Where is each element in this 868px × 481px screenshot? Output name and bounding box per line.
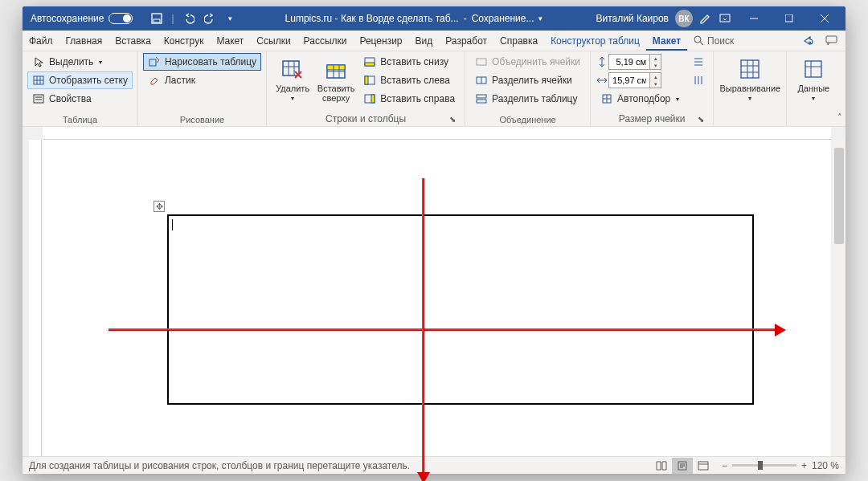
properties-icon (32, 92, 45, 105)
group-label: Таблица (27, 113, 133, 126)
svg-rect-24 (805, 61, 821, 77)
tab-file[interactable]: Файл (23, 31, 59, 51)
share-icon[interactable] (802, 35, 814, 47)
tab-references[interactable]: Ссылки (250, 31, 297, 51)
delete-table-icon (280, 56, 305, 82)
dialog-launcher-icon[interactable]: ⬊ (695, 113, 706, 124)
tab-table-layout[interactable]: Макет (646, 31, 687, 51)
comments-icon[interactable] (825, 35, 837, 47)
qat-dropdown-icon[interactable]: ▾ (224, 12, 237, 25)
tab-review[interactable]: Рецензир (353, 31, 408, 51)
web-layout-icon[interactable] (693, 458, 714, 474)
insert-above-button[interactable]: Вставить сверху (315, 53, 357, 108)
ribbon-tabs: Файл Главная Вставка Конструк Макет Ссыл… (23, 31, 845, 51)
eraser-icon (148, 74, 161, 87)
dialog-launcher-icon[interactable]: ⬊ (447, 113, 458, 124)
zoom-level[interactable]: 120 % (812, 460, 839, 471)
document-area: ✥ (23, 127, 845, 456)
delete-button[interactable]: Удалить▾ (272, 53, 313, 108)
insert-row-bottom-icon (363, 55, 376, 68)
vertical-scrollbar[interactable] (833, 140, 845, 456)
group-merge: Объединить ячейки Разделить ячейки Разде… (465, 51, 591, 126)
insert-row-top-icon (323, 56, 349, 82)
page-canvas[interactable]: ✥ (43, 140, 831, 456)
group-cell-size: ▴▾ ▴▾ Автоподбор▾ Размер ячейки⬊ (591, 51, 714, 126)
insert-right-button[interactable]: Вставить справа (358, 90, 460, 108)
group-rows-cols: Удалить▾ Вставить сверху Вставить снизу … (267, 51, 465, 126)
svg-rect-5 (826, 36, 837, 43)
autosave-toggle[interactable]: Автосохранение (26, 13, 137, 24)
tab-table-design[interactable]: Конструктор таблиц (544, 31, 646, 51)
undo-icon[interactable] (182, 12, 195, 25)
drawn-table[interactable] (167, 214, 754, 405)
tab-mailings[interactable]: Рассылки (297, 31, 354, 51)
tab-help[interactable]: Справка (493, 31, 544, 51)
height-icon (596, 55, 608, 68)
group-label: Размер ячейки⬊ (596, 112, 708, 126)
avatar[interactable]: ВК (675, 10, 693, 27)
merge-cells-button[interactable]: Объединить ячейки (470, 53, 585, 71)
horizontal-ruler[interactable] (43, 127, 831, 140)
svg-rect-8 (149, 59, 156, 66)
select-button[interactable]: Выделить▾ (27, 53, 133, 71)
insert-below-button[interactable]: Вставить снизу (358, 53, 460, 71)
alignment-icon (737, 56, 763, 82)
print-layout-icon[interactable] (672, 458, 693, 474)
eraser-button[interactable]: Ластик (143, 71, 261, 89)
view-gridlines-button[interactable]: Отобразить сетку (27, 71, 133, 89)
insert-left-button[interactable]: Вставить слева (358, 71, 460, 89)
user-name[interactable]: Виталий Каиров (596, 13, 669, 24)
group-label: Строки и столбцы⬊ (272, 112, 460, 126)
status-bar: Для создания таблицы и рисования строк, … (23, 456, 845, 474)
tab-developer[interactable]: Разработ (439, 31, 493, 51)
zoom-slider[interactable] (732, 464, 796, 467)
read-mode-icon[interactable] (651, 458, 672, 474)
alignment-button[interactable]: Выравнивание▾ (719, 53, 781, 108)
redo-icon[interactable] (203, 12, 216, 25)
svg-rect-26 (698, 462, 708, 470)
draw-table-button[interactable]: Нарисовать таблицу (143, 53, 261, 71)
group-alignment: Выравнивание▾ (714, 51, 787, 126)
tab-home[interactable]: Главная (59, 31, 109, 51)
vertical-ruler[interactable] (29, 140, 42, 456)
svg-rect-20 (477, 95, 486, 98)
svg-rect-21 (477, 100, 486, 103)
svg-rect-13 (365, 63, 375, 66)
merge-icon (475, 55, 488, 68)
drawing-mode-icon[interactable] (699, 12, 712, 25)
tab-design[interactable]: Конструк (158, 31, 211, 51)
minimize-button[interactable] (736, 6, 772, 31)
zoom-in-button[interactable]: + (801, 460, 807, 471)
table-move-handle[interactable]: ✥ (154, 201, 165, 212)
autofit-icon (600, 92, 613, 105)
collapse-ribbon-icon[interactable]: ˄ (837, 112, 842, 123)
width-icon (596, 74, 608, 87)
search-box[interactable]: Поиск (687, 31, 740, 51)
ribbon-display-icon[interactable] (719, 12, 731, 25)
svg-rect-7 (34, 95, 43, 103)
svg-rect-11 (327, 65, 345, 70)
split-cells-button[interactable]: Разделить ячейки (470, 71, 585, 89)
tab-view[interactable]: Вид (409, 31, 440, 51)
data-button[interactable]: Данные▾ (792, 53, 835, 108)
dist-rows-icon (692, 55, 705, 68)
toggle-icon (108, 13, 133, 24)
distribute-cols-button[interactable] (689, 71, 708, 89)
document-title: Lumpics.ru - Как в Ворде сделать таб...-… (237, 13, 592, 24)
pointer-icon (32, 55, 45, 68)
tab-insert[interactable]: Вставка (108, 31, 158, 51)
save-icon[interactable] (150, 12, 163, 25)
row-height-field[interactable]: ▴▾ (596, 53, 684, 71)
distribute-rows-button[interactable] (689, 53, 708, 71)
svg-rect-18 (477, 59, 486, 65)
close-button[interactable] (807, 6, 842, 31)
group-data: Данные▾ (787, 51, 840, 126)
split-table-button[interactable]: Разделить таблицу (470, 90, 585, 108)
tab-layout[interactable]: Макет (210, 31, 250, 51)
zoom-out-button[interactable]: − (722, 460, 727, 471)
properties-button[interactable]: Свойства (27, 90, 133, 108)
maximize-button[interactable] (772, 6, 807, 31)
autofit-button[interactable]: Автоподбор▾ (596, 90, 684, 108)
status-hint: Для создания таблицы и рисования строк, … (29, 460, 410, 471)
col-width-field[interactable]: ▴▾ (596, 71, 684, 89)
